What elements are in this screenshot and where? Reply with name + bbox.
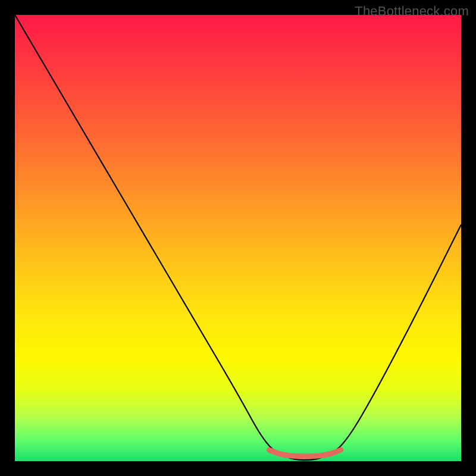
chart-frame: TheBottleneck.com — [0, 0, 476, 476]
bottleneck-curve-path — [15, 15, 461, 460]
flat-highlight-path — [270, 450, 341, 456]
curve-layer — [15, 15, 461, 461]
plot-area — [15, 15, 461, 461]
watermark-text: TheBottleneck.com — [355, 4, 469, 19]
